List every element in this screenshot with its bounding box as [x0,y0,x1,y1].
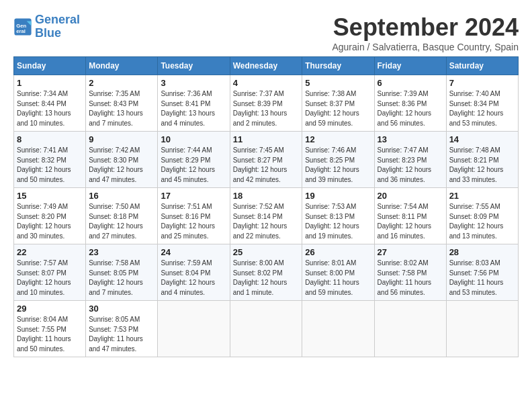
day-info: Sunrise: 8:04 AM Sunset: 7:55 PM Dayligh… [17,315,83,354]
day-info: Sunrise: 8:01 AM Sunset: 8:00 PM Dayligh… [305,259,371,298]
calendar-body: 1Sunrise: 7:34 AM Sunset: 8:44 PM Daylig… [14,75,519,357]
calendar-cell: 20Sunrise: 7:54 AM Sunset: 8:11 PM Dayli… [374,188,446,244]
day-number: 13 [378,134,443,144]
day-info: Sunrise: 7:45 AM Sunset: 8:27 PM Dayligh… [233,146,300,185]
day-info: Sunrise: 7:54 AM Sunset: 8:11 PM Dayligh… [378,202,443,241]
calendar-cell: 21Sunrise: 7:55 AM Sunset: 8:09 PM Dayli… [446,188,518,244]
day-number: 30 [89,304,154,314]
day-number: 6 [378,78,443,88]
calendar-cell: 30Sunrise: 8:05 AM Sunset: 7:53 PM Dayli… [86,301,158,357]
day-info: Sunrise: 7:46 AM Sunset: 8:25 PM Dayligh… [305,146,371,185]
day-number: 27 [378,247,443,257]
day-info: Sunrise: 7:47 AM Sunset: 8:23 PM Dayligh… [378,146,443,185]
day-number: 29 [17,304,83,314]
calendar-cell: 22Sunrise: 7:57 AM Sunset: 8:07 PM Dayli… [14,244,86,301]
weekday-header-thursday: Thursday [302,57,374,75]
calendar-table: SundayMondayTuesdayWednesdayThursdayFrid… [13,56,519,357]
calendar-cell: 9Sunrise: 7:42 AM Sunset: 8:30 PM Daylig… [86,132,158,188]
day-number: 15 [17,191,83,201]
calendar-week-5: 29Sunrise: 8:04 AM Sunset: 7:55 PM Dayli… [14,301,519,357]
calendar-cell: 11Sunrise: 7:45 AM Sunset: 8:27 PM Dayli… [230,132,302,188]
day-number: 18 [233,191,300,201]
day-number: 2 [89,78,154,88]
day-number: 23 [89,247,154,257]
svg-text:eral: eral [16,28,26,34]
day-number: 20 [378,191,443,201]
weekday-header-saturday: Saturday [446,57,518,75]
day-number: 11 [233,134,300,144]
calendar-cell: 18Sunrise: 7:52 AM Sunset: 8:14 PM Dayli… [230,188,302,244]
day-number: 25 [233,247,300,257]
day-info: Sunrise: 7:40 AM Sunset: 8:34 PM Dayligh… [449,89,515,128]
day-info: Sunrise: 7:49 AM Sunset: 8:20 PM Dayligh… [17,202,83,241]
calendar-cell: 5Sunrise: 7:38 AM Sunset: 8:37 PM Daylig… [302,75,374,132]
day-number: 1 [17,78,83,88]
day-info: Sunrise: 7:38 AM Sunset: 8:37 PM Dayligh… [305,89,371,128]
day-info: Sunrise: 7:35 AM Sunset: 8:43 PM Dayligh… [89,89,154,128]
calendar-cell: 8Sunrise: 7:41 AM Sunset: 8:32 PM Daylig… [14,132,86,188]
day-info: Sunrise: 8:05 AM Sunset: 7:53 PM Dayligh… [89,315,154,354]
day-number: 7 [449,78,515,88]
day-info: Sunrise: 7:34 AM Sunset: 8:44 PM Dayligh… [17,89,83,128]
calendar-cell [302,301,374,357]
calendar-cell: 7Sunrise: 7:40 AM Sunset: 8:34 PM Daylig… [446,75,518,132]
day-number: 26 [305,247,371,257]
day-info: Sunrise: 7:42 AM Sunset: 8:30 PM Dayligh… [89,146,154,185]
calendar-cell: 4Sunrise: 7:37 AM Sunset: 8:39 PM Daylig… [230,75,302,132]
calendar-cell: 14Sunrise: 7:48 AM Sunset: 8:21 PM Dayli… [446,132,518,188]
day-number: 3 [161,78,226,88]
calendar-cell: 6Sunrise: 7:39 AM Sunset: 8:36 PM Daylig… [374,75,446,132]
day-info: Sunrise: 7:41 AM Sunset: 8:32 PM Dayligh… [17,146,83,185]
day-number: 5 [305,78,371,88]
day-info: Sunrise: 7:37 AM Sunset: 8:39 PM Dayligh… [233,89,300,128]
day-number: 12 [305,134,371,144]
calendar-cell: 15Sunrise: 7:49 AM Sunset: 8:20 PM Dayli… [14,188,86,244]
calendar-cell: 23Sunrise: 7:58 AM Sunset: 8:05 PM Dayli… [86,244,158,301]
calendar-week-2: 8Sunrise: 7:41 AM Sunset: 8:32 PM Daylig… [14,132,519,188]
calendar-week-3: 15Sunrise: 7:49 AM Sunset: 8:20 PM Dayli… [14,188,519,244]
day-info: Sunrise: 7:57 AM Sunset: 8:07 PM Dayligh… [17,259,83,298]
calendar-cell: 19Sunrise: 7:53 AM Sunset: 8:13 PM Dayli… [302,188,374,244]
calendar-week-4: 22Sunrise: 7:57 AM Sunset: 8:07 PM Dayli… [14,244,519,301]
day-number: 24 [161,247,226,257]
weekday-header-sunday: Sunday [14,57,86,75]
day-number: 8 [17,134,83,144]
day-info: Sunrise: 7:58 AM Sunset: 8:05 PM Dayligh… [89,259,154,298]
day-info: Sunrise: 7:36 AM Sunset: 8:41 PM Dayligh… [161,89,226,128]
calendar-cell [446,301,518,357]
location-subtitle: Agurain / Salvatierra, Basque Country, S… [332,42,519,52]
day-info: Sunrise: 8:00 AM Sunset: 8:02 PM Dayligh… [233,259,300,298]
calendar-cell [158,301,230,357]
day-info: Sunrise: 8:02 AM Sunset: 7:58 PM Dayligh… [378,259,443,298]
day-number: 14 [449,134,515,144]
day-number: 4 [233,78,300,88]
calendar-cell [230,301,302,357]
month-title: September 2024 [332,13,519,42]
calendar-cell: 26Sunrise: 8:01 AM Sunset: 8:00 PM Dayli… [302,244,374,301]
logo-text: General Blue [35,13,80,40]
weekday-header-friday: Friday [374,57,446,75]
day-number: 10 [161,134,226,144]
day-info: Sunrise: 7:55 AM Sunset: 8:09 PM Dayligh… [449,202,515,241]
weekday-header-monday: Monday [86,57,158,75]
page-header: Gen eral General Blue September 2024 Agu… [13,13,519,52]
calendar-cell: 2Sunrise: 7:35 AM Sunset: 8:43 PM Daylig… [86,75,158,132]
day-info: Sunrise: 7:50 AM Sunset: 8:18 PM Dayligh… [89,202,154,241]
calendar-cell [374,301,446,357]
day-info: Sunrise: 7:48 AM Sunset: 8:21 PM Dayligh… [449,146,515,185]
day-number: 16 [89,191,154,201]
calendar-cell: 24Sunrise: 7:59 AM Sunset: 8:04 PM Dayli… [158,244,230,301]
day-info: Sunrise: 7:39 AM Sunset: 8:36 PM Dayligh… [378,89,443,128]
weekday-header-row: SundayMondayTuesdayWednesdayThursdayFrid… [14,57,519,75]
calendar-cell: 12Sunrise: 7:46 AM Sunset: 8:25 PM Dayli… [302,132,374,188]
calendar-cell: 28Sunrise: 8:03 AM Sunset: 7:56 PM Dayli… [446,244,518,301]
day-number: 22 [17,247,83,257]
weekday-header-wednesday: Wednesday [230,57,302,75]
calendar-cell: 17Sunrise: 7:51 AM Sunset: 8:16 PM Dayli… [158,188,230,244]
calendar-week-1: 1Sunrise: 7:34 AM Sunset: 8:44 PM Daylig… [14,75,519,132]
title-block: September 2024 Agurain / Salvatierra, Ba… [332,13,519,52]
day-number: 19 [305,191,371,201]
weekday-header-tuesday: Tuesday [158,57,230,75]
day-info: Sunrise: 8:03 AM Sunset: 7:56 PM Dayligh… [449,259,515,298]
day-info: Sunrise: 7:52 AM Sunset: 8:14 PM Dayligh… [233,202,300,241]
